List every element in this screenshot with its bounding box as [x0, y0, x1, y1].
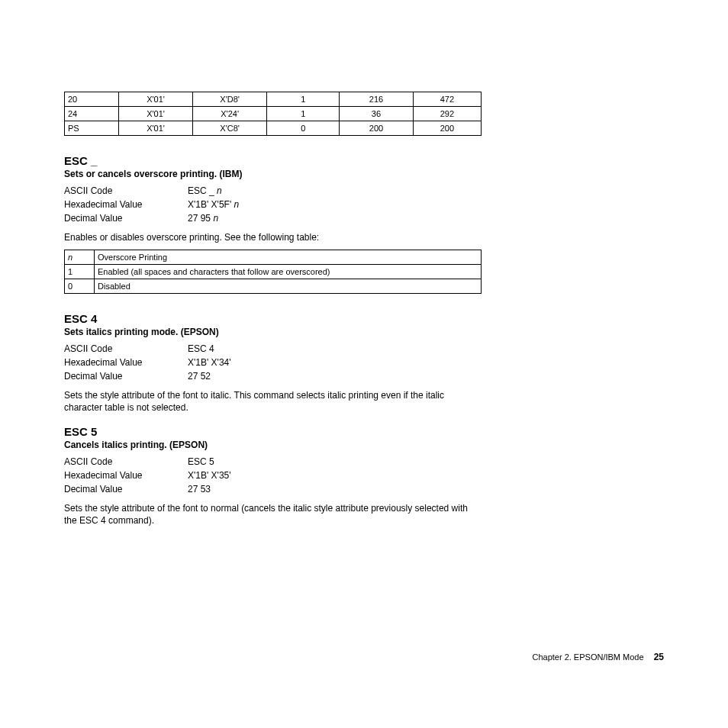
ascii-code-row: ASCII Code ESC 5: [64, 456, 664, 467]
value-var: n: [217, 185, 222, 196]
table-row: 1 Enabled (all spaces and characters tha…: [65, 265, 482, 279]
table-row: PS X'01' X'C8' 0 200 200: [65, 121, 482, 136]
hex-value-label: Hexadecimal Value: [64, 470, 188, 481]
table-row: 24 X'01' X'24' 1 36 292: [65, 107, 482, 121]
esc-5-subhead: Cancels italics printing. (EPSON): [64, 440, 664, 450]
page-footer: Chapter 2. EPSON/IBM Mode 25: [532, 652, 664, 662]
table-row: 20 X'01' X'D8' 1 216 472: [65, 92, 482, 107]
cell: 24: [65, 107, 119, 121]
ascii-code-value: ESC 4: [188, 343, 214, 354]
hex-value-value: X'1B' X'35': [188, 470, 231, 481]
overscore-table: n Overscore Printing 1 Enabled (all spac…: [64, 250, 482, 294]
header-n: n: [65, 250, 95, 265]
dec-value-label: Decimal Value: [64, 484, 188, 494]
ascii-code-row: ASCII Code ESC 4: [64, 343, 664, 354]
esc-5-heading: ESC 5: [64, 425, 664, 438]
cell: 20: [65, 92, 119, 107]
hex-value-value: X'1B' X'5F' n: [188, 199, 239, 210]
header-label: Overscore Printing: [95, 250, 482, 265]
cell: 36: [340, 107, 413, 121]
cell: PS: [65, 121, 119, 136]
cell: X'C8': [193, 121, 267, 136]
table-row: 0 Disabled: [65, 279, 482, 294]
hex-value-value: X'1B' X'34': [188, 357, 231, 368]
cell: 200: [340, 121, 413, 136]
page-content: 20 X'01' X'D8' 1 216 472 24 X'01' X'24' …: [0, 0, 728, 527]
cell: X'01': [119, 107, 193, 121]
dec-value-label: Decimal Value: [64, 371, 188, 382]
ascii-code-value: ESC _ n: [188, 185, 222, 196]
cell-n: 1: [65, 265, 95, 279]
dec-value-value: 27 53: [188, 484, 211, 494]
dec-value-row: Decimal Value 27 52: [64, 371, 664, 382]
cell-n: 0: [65, 279, 95, 294]
cell: X'D8': [193, 92, 267, 107]
esc-4-desc: Sets the style attribute of the font to …: [64, 389, 482, 414]
cell: 200: [413, 121, 481, 136]
value-text: 27 95: [188, 213, 213, 224]
footer-chapter: Chapter 2. EPSON/IBM Mode: [532, 652, 643, 662]
ascii-code-label: ASCII Code: [64, 185, 188, 196]
value-text: X'1B' X'5F': [188, 199, 234, 210]
dec-value-row: Decimal Value 27 95 n: [64, 213, 664, 224]
value-var: n: [213, 213, 218, 224]
hex-value-row: Hexadecimal Value X'1B' X'35': [64, 470, 664, 481]
cell: X'24': [193, 107, 267, 121]
esc-4-subhead: Sets italics printing mode. (EPSON): [64, 327, 664, 337]
ascii-code-label: ASCII Code: [64, 456, 188, 467]
top-data-table: 20 X'01' X'D8' 1 216 472 24 X'01' X'24' …: [64, 92, 482, 136]
dec-value-row: Decimal Value 27 53: [64, 484, 664, 494]
value-var: n: [234, 199, 240, 210]
esc-underscore-subhead: Sets or cancels overscore printing. (IBM…: [64, 169, 664, 179]
cell-label: Disabled: [95, 279, 482, 294]
value-text: ESC _: [188, 185, 217, 196]
cell: 0: [267, 121, 340, 136]
hex-value-row: Hexadecimal Value X'1B' X'34': [64, 357, 664, 368]
ascii-code-row: ASCII Code ESC _ n: [64, 185, 664, 196]
cell: 292: [413, 107, 481, 121]
dec-value-value: 27 52: [188, 371, 211, 382]
hex-value-label: Hexadecimal Value: [64, 199, 188, 210]
footer-page-number: 25: [654, 652, 664, 662]
cell: X'01': [119, 92, 193, 107]
cell: X'01': [119, 121, 193, 136]
hex-value-label: Hexadecimal Value: [64, 357, 188, 368]
esc-4-heading: ESC 4: [64, 312, 664, 325]
ascii-code-label: ASCII Code: [64, 343, 188, 354]
esc-underscore-desc: Enables or disables overscore printing. …: [64, 231, 482, 243]
cell: 1: [267, 107, 340, 121]
esc-underscore-heading: ESC _: [64, 154, 664, 167]
ascii-code-value: ESC 5: [188, 456, 214, 467]
dec-value-label: Decimal Value: [64, 213, 188, 224]
hex-value-row: Hexadecimal Value X'1B' X'5F' n: [64, 199, 664, 210]
table-row: n Overscore Printing: [65, 250, 482, 265]
cell: 1: [267, 92, 340, 107]
cell: 472: [413, 92, 481, 107]
cell-label: Enabled (all spaces and characters that …: [95, 265, 482, 279]
esc-5-desc: Sets the style attribute of the font to …: [64, 502, 482, 527]
dec-value-value: 27 95 n: [188, 213, 218, 224]
cell: 216: [340, 92, 413, 107]
